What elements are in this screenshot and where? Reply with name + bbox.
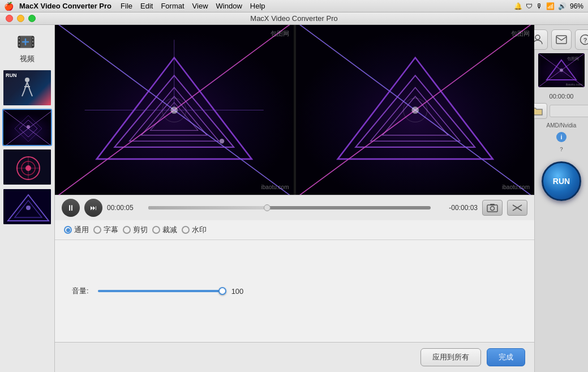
help-label: ？ <box>559 146 564 153</box>
svg-point-44 <box>220 139 224 143</box>
svg-point-67 <box>535 35 540 40</box>
tab-crop[interactable]: 裁减 <box>152 225 177 235</box>
help-icon-btn[interactable]: ? <box>575 29 588 50</box>
app-menu-name[interactable]: MacX Video Converter Pro <box>19 2 111 10</box>
maximize-button[interactable] <box>28 15 36 22</box>
info-row: i <box>556 132 566 142</box>
menu-help[interactable]: Help <box>250 2 265 10</box>
right-top-icons: ? <box>527 29 588 50</box>
time-remaining: -00:00:03 <box>435 204 478 212</box>
progress-bar[interactable] <box>148 206 431 209</box>
svg-point-77 <box>560 69 563 72</box>
watermark-bottom-right: ibaotu.com <box>502 184 530 190</box>
svg-text:ibaotu.com: ibaotu.com <box>566 83 582 86</box>
tab-general-label: 通用 <box>74 225 89 235</box>
tab-crop-radio[interactable] <box>152 226 160 234</box>
menu-edit[interactable]: Edit <box>140 2 153 10</box>
svg-rect-68 <box>556 36 566 44</box>
tab-cut[interactable]: 剪切 <box>123 225 148 235</box>
menu-view[interactable]: View <box>192 2 208 10</box>
cut-button[interactable] <box>507 200 527 216</box>
watermark-top-left: 包图网 <box>271 29 289 38</box>
add-video-button[interactable]: 视频 <box>7 31 47 65</box>
tab-subtitle-label: 字幕 <box>104 225 118 235</box>
svg-rect-7 <box>32 37 33 39</box>
svg-point-20 <box>27 125 30 129</box>
tab-watermark-radio[interactable] <box>182 226 190 234</box>
progress-fill <box>148 206 267 209</box>
volume-fill <box>98 290 222 292</box>
tab-subtitle[interactable]: 字幕 <box>93 225 118 235</box>
tab-crop-label: 裁减 <box>162 225 177 235</box>
minimize-button[interactable] <box>17 15 24 22</box>
window-controls <box>6 15 36 22</box>
main-content: 包图网 ibaotu.com <box>55 25 534 372</box>
transport-bar: ⏸ ⏭ 00:00:05 -00:00:03 <box>55 195 534 220</box>
notification-icon: 🔔 <box>514 2 522 10</box>
svg-point-63 <box>491 207 495 211</box>
edit-panel: 音量: 100 <box>55 240 534 342</box>
volume-label: 音量: <box>72 286 89 296</box>
menu-window[interactable]: Window <box>216 2 242 10</box>
svg-rect-4 <box>19 37 20 39</box>
video-panel-left: 包图网 ibaotu.com <box>55 25 294 195</box>
svg-point-12 <box>25 78 29 82</box>
info-button[interactable]: i <box>556 132 566 142</box>
tab-cut-radio[interactable] <box>123 226 131 234</box>
forward-button[interactable]: ⏭ <box>84 199 102 217</box>
menubar: 🍎 MacX Video Converter Pro File Edit For… <box>0 0 588 12</box>
right-thumb: 包图网 ibaotu.com <box>538 53 585 87</box>
screenshot-button[interactable] <box>482 200 503 216</box>
progress-thumb[interactable] <box>264 204 271 211</box>
apple-menu[interactable]: 🍎 <box>5 2 12 10</box>
sidebar-thumb-2[interactable] <box>2 109 52 146</box>
svg-point-60 <box>411 106 419 114</box>
video-panel-right: 包图网 ibaotu.com <box>296 25 535 195</box>
amd-label: AMD/Nvidia <box>547 122 577 129</box>
right-folder-row <box>527 103 588 119</box>
right-time: 00:00:00 <box>550 93 574 100</box>
action-bar: 应用到所有 完成 <box>55 342 534 372</box>
right-text-field[interactable] <box>550 105 588 117</box>
apply-all-button[interactable]: 应用到所有 <box>420 348 481 366</box>
wifi-icon: 📶 <box>546 2 555 10</box>
volume-icon: 🔊 <box>558 2 566 10</box>
menu-items: File Edit Format View Window Help <box>121 2 265 10</box>
volume-slider[interactable] <box>98 290 222 292</box>
svg-rect-6 <box>19 44 20 46</box>
tab-subtitle-radio[interactable] <box>93 226 101 234</box>
svg-text:包图网: 包图网 <box>567 57 579 61</box>
svg-rect-64 <box>490 204 495 206</box>
sidebar-thumb-1[interactable]: RUN <box>2 69 52 106</box>
menu-file[interactable]: File <box>121 2 132 10</box>
tab-watermark-label: 水印 <box>192 225 207 235</box>
menu-format[interactable]: Format <box>161 2 184 10</box>
close-button[interactable] <box>6 15 13 22</box>
edit-tabs: 通用 字幕 剪切 裁减 水印 <box>55 220 534 240</box>
run-button[interactable]: RUN <box>542 161 581 201</box>
add-video-label: 视频 <box>20 54 35 64</box>
time-current: 00:00:05 <box>107 204 144 212</box>
volume-value: 100 <box>231 287 244 296</box>
tab-general[interactable]: 通用 <box>64 225 89 235</box>
tab-watermark[interactable]: 水印 <box>182 225 207 235</box>
tab-cut-label: 剪切 <box>133 225 148 235</box>
volume-row: 音量: 100 <box>72 286 517 296</box>
right-panel: ? 包图网 ibaotu.com <box>534 25 588 372</box>
done-button[interactable]: 完成 <box>487 348 525 366</box>
tab-general-radio[interactable] <box>64 226 72 234</box>
battery-label: 96% <box>570 2 583 10</box>
svg-text:?: ? <box>583 37 587 44</box>
mic-icon: 🎙 <box>536 2 543 10</box>
watermark-bottom-left: ibaotu.com <box>261 184 289 190</box>
titlebar: MacX Video Converter Pro <box>0 12 588 25</box>
video-preview: 包图网 ibaotu.com <box>55 25 534 195</box>
sidebar-thumb-3[interactable] <box>2 148 52 186</box>
sidebar-thumb-4[interactable] <box>2 188 52 225</box>
mail-icon-btn[interactable] <box>551 29 572 50</box>
info-icon: i <box>560 134 562 140</box>
menubar-status: 🔔 🛡 🎙 📶 🔊 96% <box>514 2 583 10</box>
pause-button[interactable]: ⏸ <box>62 199 80 217</box>
app-window: 视频 RUN <box>0 25 588 372</box>
volume-thumb[interactable] <box>218 287 226 295</box>
